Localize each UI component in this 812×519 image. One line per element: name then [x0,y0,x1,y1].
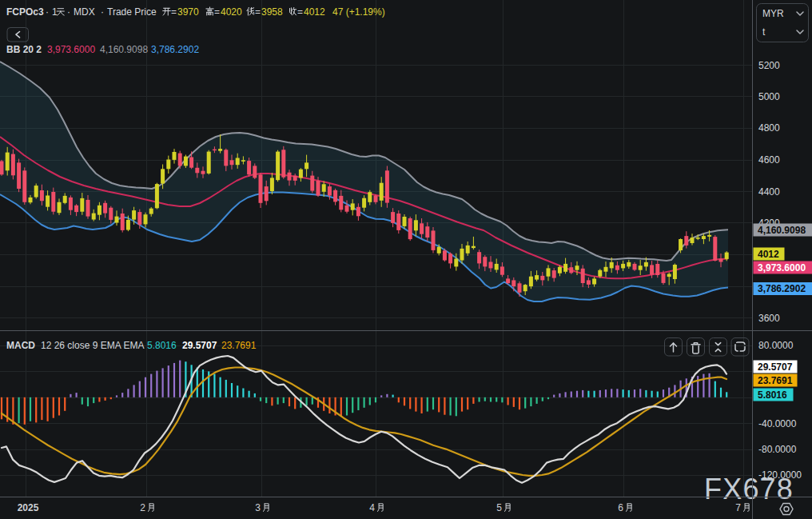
svg-text:Trade Price: Trade Price [107,6,157,18]
svg-text:7: 7 [735,502,741,513]
svg-text:=: = [297,6,303,18]
svg-text:5200: 5200 [758,60,780,71]
svg-text:5.8016: 5.8016 [758,389,787,401]
svg-text:3,973.6000: 3,973.6000 [47,44,95,55]
svg-text:2: 2 [140,502,145,513]
svg-text:3,786.2902: 3,786.2902 [758,283,806,294]
svg-text:47 (+1.19%): 47 (+1.19%) [332,6,385,18]
svg-text:3970: 3970 [177,6,199,18]
svg-text:5000: 5000 [758,91,780,102]
svg-text:29.5707: 29.5707 [182,340,217,351]
svg-text:3600: 3600 [758,313,780,324]
svg-text:4: 4 [369,502,375,513]
svg-text:BB 20 2: BB 20 2 [6,44,42,55]
svg-text:-120.0000: -120.0000 [758,469,802,481]
svg-text:5: 5 [496,502,502,513]
svg-text:·: · [101,6,104,18]
svg-text:-40.0000: -40.0000 [758,418,797,429]
svg-text:·: · [46,6,49,18]
svg-text:MDX: MDX [74,6,95,18]
svg-text:23.7691: 23.7691 [758,375,793,386]
svg-text:4,160.9098: 4,160.9098 [100,44,148,55]
svg-text:=: = [255,6,261,18]
svg-text:4020: 4020 [221,6,242,18]
svg-text:29.5707: 29.5707 [758,361,793,373]
svg-text:3,973.6000: 3,973.6000 [758,262,806,273]
svg-text:MACD: MACD [6,340,35,351]
svg-text:3: 3 [255,502,261,513]
svg-text:=: = [171,6,177,18]
svg-text:MYR: MYR [762,8,784,19]
svg-text:12 26 close 9 EMA EMA: 12 26 close 9 EMA EMA [41,340,144,351]
svg-text:4,160.9098: 4,160.9098 [758,225,806,236]
svg-text:4800: 4800 [758,122,780,134]
svg-text:3,786.2902: 3,786.2902 [151,44,199,55]
svg-text:2025: 2025 [18,502,39,513]
svg-text:4400: 4400 [758,186,780,198]
svg-text:23.7691: 23.7691 [221,340,257,351]
svg-text:4012: 4012 [758,249,779,260]
svg-text:-80.0000: -80.0000 [758,444,797,455]
svg-text:1: 1 [52,6,58,18]
svg-text:=: = [214,6,220,18]
svg-text:5.8016: 5.8016 [147,340,177,351]
svg-text:4600: 4600 [758,154,780,166]
svg-text:·: · [67,6,70,18]
svg-text:80.0000: 80.0000 [758,340,794,351]
svg-text:4012: 4012 [304,6,325,18]
svg-text:3958: 3958 [261,6,283,18]
svg-text:FCPOc3: FCPOc3 [6,6,44,18]
svg-text:6: 6 [618,502,623,513]
